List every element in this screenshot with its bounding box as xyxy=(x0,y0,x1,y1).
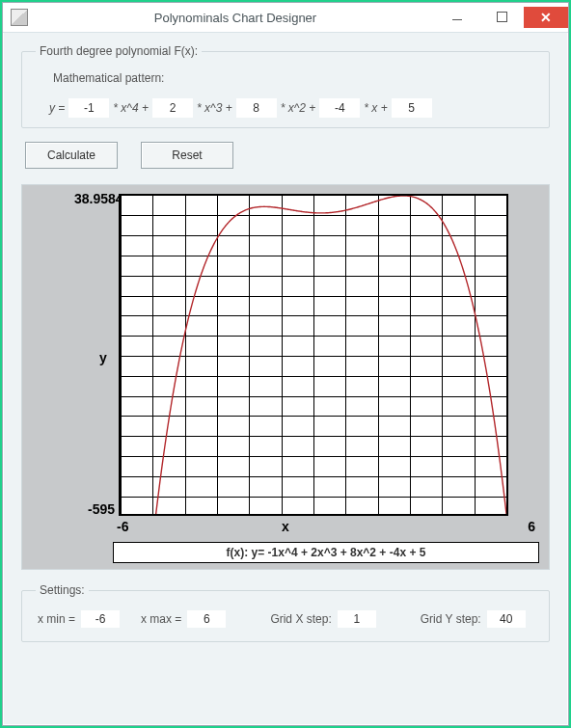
x-max-label: 6 xyxy=(528,519,535,534)
reset-button[interactable]: Reset xyxy=(141,142,233,169)
gridx-label: Grid X step: xyxy=(270,612,331,626)
coef-x2-input[interactable] xyxy=(236,98,277,118)
polynomial-groupbox: Fourth degree polynomial F(x): Mathemati… xyxy=(21,44,550,128)
coef-x4-input[interactable] xyxy=(68,98,109,118)
coef-x0-input[interactable] xyxy=(392,98,432,118)
maximize-button[interactable] xyxy=(479,7,524,28)
function-label: f(x): y= -1x^4 + 2x^3 + 8x^2 + -4x + 5 xyxy=(113,542,539,563)
app-icon xyxy=(11,9,28,26)
tok-x1: * x + xyxy=(364,101,387,115)
xmin-label: x min = xyxy=(38,612,75,626)
y-min-label: -595 xyxy=(88,501,115,517)
settings-groupbox: Settings: x min = x max = Grid X step: G… xyxy=(21,583,550,642)
y-max-label: 38.9584 xyxy=(74,191,123,206)
chart-panel: 38.9584 y -595 -6 x 6 f(x): y= -1x^4 + 2… xyxy=(21,184,550,570)
coef-x3-input[interactable] xyxy=(152,98,193,118)
client-area: Fourth degree polynomial F(x): Mathemati… xyxy=(4,33,567,724)
pattern-label: Mathematical pattern: xyxy=(53,71,535,85)
close-button[interactable]: ✕ xyxy=(524,7,568,28)
xmin-input[interactable] xyxy=(81,610,120,628)
app-window: Polynominals Chart Designer ✕ Fourth deg… xyxy=(2,2,569,726)
window-title: Polynominals Chart Designer xyxy=(36,11,435,25)
plot-wrapper: 38.9584 y -595 -6 x 6 xyxy=(28,191,543,536)
polynomial-legend: Fourth degree polynomial F(x): xyxy=(36,44,202,58)
tok-x3: * x^3 + xyxy=(197,101,232,115)
x-axis-label: x xyxy=(282,519,289,534)
plot-canvas xyxy=(119,194,508,516)
xmax-label: x max = xyxy=(141,612,181,626)
xmax-input[interactable] xyxy=(187,610,226,628)
calculate-button[interactable]: Calculate xyxy=(25,142,118,169)
polynomial-row: y = * x^4 + * x^3 + * x^2 + * x + xyxy=(49,98,535,118)
tok-x4: * x^4 + xyxy=(113,101,149,115)
gridy-label: Grid Y step: xyxy=(421,612,481,626)
titlebar[interactable]: Polynominals Chart Designer ✕ xyxy=(3,3,568,33)
y-axis-label: y xyxy=(99,350,107,365)
minimize-button[interactable] xyxy=(435,7,479,28)
x-min-label: -6 xyxy=(117,519,128,534)
eq-prefix: y = xyxy=(49,101,65,115)
tok-x2: * x^2 + xyxy=(281,101,316,115)
gridy-input[interactable] xyxy=(487,610,526,628)
gridx-input[interactable] xyxy=(338,610,376,628)
settings-legend: Settings: xyxy=(36,583,89,597)
coef-x1-input[interactable] xyxy=(319,98,360,118)
